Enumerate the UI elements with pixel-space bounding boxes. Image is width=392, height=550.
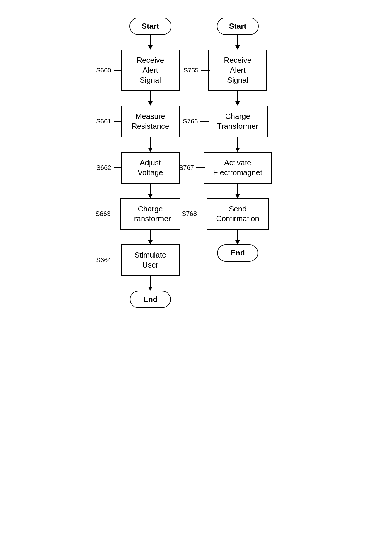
s664-row: S664 Stimulate User <box>121 244 180 276</box>
arrow-left-5 <box>148 276 153 291</box>
s661-row: S661 Measure Resistance <box>121 106 180 137</box>
s765-row: S765 Receive Alert Signal <box>208 50 267 91</box>
arrow-line <box>237 230 238 240</box>
s660-node: Receive Alert Signal <box>121 50 180 91</box>
arrow-line <box>237 35 238 45</box>
s662-row: S662 Adjust Voltage <box>121 152 180 184</box>
arrow-head <box>148 240 153 244</box>
arrow-head <box>235 240 240 244</box>
arrow-left-0 <box>148 35 153 50</box>
arrow-right-0 <box>235 35 240 50</box>
s767-node: Activate Electromagnet <box>204 152 272 184</box>
arrow-line <box>150 91 151 101</box>
arrow-head <box>235 148 240 152</box>
arrow-head <box>148 194 153 198</box>
s660-label: S660 <box>96 67 122 74</box>
arrow-line <box>150 276 151 287</box>
start-terminal-left: Start <box>129 18 171 35</box>
arrow-head <box>235 101 240 106</box>
s765-label: S765 <box>183 67 209 74</box>
s766-node: Charge Transformer <box>208 106 268 137</box>
s662-label: S662 <box>96 164 122 172</box>
arrow-head <box>148 148 153 152</box>
s765-node: Receive Alert Signal <box>208 50 267 91</box>
s766-label: S766 <box>183 118 209 125</box>
arrow-head <box>235 45 240 50</box>
s662-node: Adjust Voltage <box>121 152 180 184</box>
arrow-left-4 <box>148 230 153 244</box>
arrow-left-2 <box>148 137 153 152</box>
arrow-head <box>235 194 240 198</box>
start-node-row-right: Start <box>217 18 259 35</box>
s767-row: S767 Activate Electromagnet <box>204 152 272 184</box>
end-terminal-right: End <box>217 244 258 262</box>
s766-row: S766 Charge Transformer <box>208 106 268 137</box>
s660-row: S660 Receive Alert Signal <box>121 50 180 91</box>
arrow-line <box>150 230 151 240</box>
arrow-left-3 <box>148 184 153 198</box>
s661-node: Measure Resistance <box>121 106 180 137</box>
s767-label: S767 <box>179 164 205 172</box>
right-flowchart: Start S765 Receive Alert Signal S766 Cha… <box>204 18 272 262</box>
start-terminal-right: Start <box>217 18 259 35</box>
end-terminal-left: End <box>130 291 171 308</box>
arrow-head <box>148 101 153 106</box>
start-node-row-left: Start <box>129 18 171 35</box>
s663-row: S663 Charge Transformer <box>120 198 180 230</box>
s663-node: Charge Transformer <box>120 198 180 230</box>
arrow-head <box>148 287 153 291</box>
s661-label: S661 <box>96 118 122 125</box>
arrow-left-1 <box>148 91 153 106</box>
arrow-line <box>237 137 238 148</box>
s768-node: Send Confirmation <box>207 198 269 230</box>
arrow-right-4 <box>235 230 240 244</box>
end-node-row-right: End <box>217 244 258 262</box>
arrow-right-3 <box>235 184 240 198</box>
end-node-row-left: End <box>130 291 171 308</box>
s768-row: S768 Send Confirmation <box>207 198 269 230</box>
arrow-head <box>148 45 153 50</box>
s664-node: Stimulate User <box>121 244 180 276</box>
s768-label: S768 <box>182 210 208 218</box>
arrow-right-1 <box>235 91 240 106</box>
diagram-container: Start S660 Receive Alert Signal S661 Mea… <box>0 0 392 326</box>
arrow-line <box>150 35 151 45</box>
s664-label: S664 <box>96 256 122 264</box>
s663-label: S663 <box>96 210 122 218</box>
arrow-right-2 <box>235 137 240 152</box>
arrow-line <box>237 91 238 101</box>
arrow-line <box>150 184 151 194</box>
arrow-line <box>237 184 238 194</box>
left-flowchart: Start S660 Receive Alert Signal S661 Mea… <box>120 18 180 308</box>
arrow-line <box>150 137 151 148</box>
